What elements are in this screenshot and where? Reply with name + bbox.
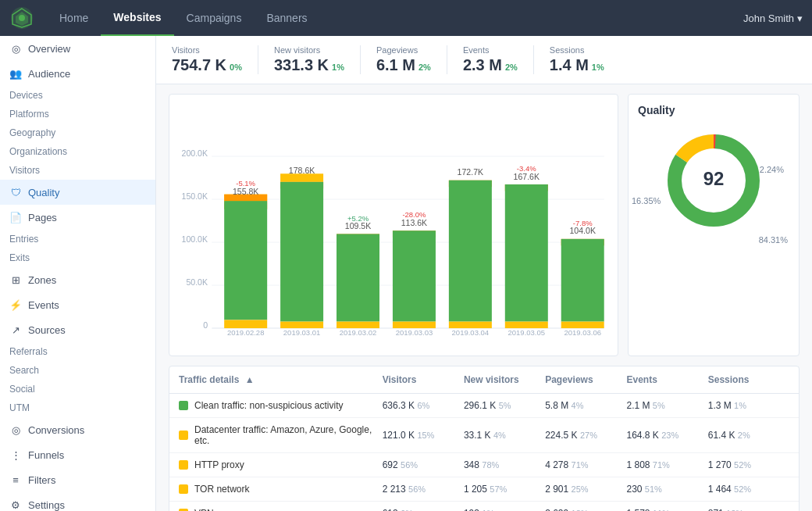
donut-container: 92 2.24% 16.35% 84.31% [638, 126, 789, 227]
table-row: Clean traffic: non-suspicious activity 6… [169, 394, 799, 418]
nav-banners[interactable]: Banners [254, 0, 319, 36]
cell-events-0: 2.1 M 5% [626, 400, 707, 411]
sidebar-label-pages: Pages [28, 212, 57, 223]
sidebar-label-conversions: Conversions [28, 424, 84, 436]
row-label-tor: TOR network [194, 484, 249, 495]
sidebar-item-zones[interactable]: ⊞ Zones [0, 267, 155, 292]
row-color-datacenter [179, 431, 188, 440]
svg-text:2019.03.02: 2019.03.02 [340, 328, 377, 337]
row-label-clean: Clean traffic: non-suspicious activity [194, 400, 344, 411]
sidebar-item-settings[interactable]: ⚙ Settings [0, 492, 155, 511]
user-name: John Smith [743, 13, 794, 24]
sidebar-item-quality[interactable]: 🛡 Quality [0, 180, 155, 205]
traffic-label: HTTP proxy [179, 459, 383, 470]
stat-sessions: Sessions 1.4 M 1% [534, 45, 620, 74]
stat-new-visitors-label: New visitors [274, 45, 344, 55]
nav-home[interactable]: Home [47, 0, 101, 36]
cell-sessions-4: 871 12% [708, 508, 789, 511]
sidebar-item-exits[interactable]: Exits [0, 248, 155, 267]
row-label-datacenter: Datacenter traffic: Amazon, Azure, Googl… [194, 424, 383, 446]
svg-text:167.6K: 167.6K [514, 172, 540, 181]
sidebar: ◎ Overview 👥 Audience Devices Platforms … [0, 36, 156, 511]
sidebar-item-utm[interactable]: UTM [0, 398, 155, 417]
sidebar-item-conversions[interactable]: ◎ Conversions [0, 417, 155, 442]
svg-point-1 [19, 15, 25, 21]
sidebar-item-overview[interactable]: ◎ Overview [0, 36, 155, 61]
funnels-icon: ⋮ [9, 448, 22, 461]
nav-websites[interactable]: Websites [101, 0, 173, 36]
user-menu[interactable]: John Smith ▾ [743, 13, 803, 24]
table-row: HTTP proxy 692 56% 348 78% 4 278 71% 1 8… [169, 453, 799, 477]
sidebar-item-filters[interactable]: ≡ Filters [0, 467, 155, 492]
stat-pageviews-change: 2% [418, 63, 431, 72]
cell-sessions-0: 1.3 M 1% [708, 400, 789, 411]
sidebar-label-audience: Audience [28, 68, 70, 80]
cell-visitors-0: 636.3 K 6% [383, 400, 464, 411]
stat-new-visitors: New visitors 331.3 K 1% [258, 45, 361, 74]
cell-visitors-2: 692 56% [383, 459, 464, 470]
quality-pct-good: 84.31% [759, 235, 788, 245]
stat-sessions-change: 1% [592, 63, 604, 72]
sidebar-label-filters: Filters [28, 474, 55, 486]
sidebar-item-organizations[interactable]: Organizations [0, 142, 155, 161]
svg-rect-27 [337, 234, 379, 321]
cell-sessions-1: 61.4 K 2% [708, 430, 789, 441]
cell-events-3: 230 51% [626, 484, 707, 495]
stat-sessions-label: Sessions [550, 45, 604, 55]
sidebar-item-pages[interactable]: 📄 Pages [0, 205, 155, 230]
sidebar-item-geography[interactable]: Geography [0, 123, 155, 142]
quality-icon: 🛡 [9, 186, 22, 198]
cell-events-2: 1 808 71% [626, 459, 707, 470]
stats-bar: Visitors 754.7 K 0% New visitors 331.3 K… [156, 36, 812, 84]
sources-icon: ↗ [9, 323, 22, 336]
nav-campaigns[interactable]: Campaigns [174, 0, 255, 36]
table-header: Traffic details ▲ Visitors New visitors … [169, 366, 799, 394]
stat-events: Events 2.3 M 2% [447, 45, 534, 74]
table-row: Datacenter traffic: Amazon, Azure, Googl… [169, 418, 799, 453]
sidebar-item-funnels[interactable]: ⋮ Funnels [0, 442, 155, 467]
chevron-down-icon: ▾ [797, 13, 803, 24]
sidebar-item-sources[interactable]: ↗ Sources [0, 317, 155, 342]
traffic-label: VPN [179, 508, 383, 511]
stat-new-visitors-value: 331.3 K 1% [274, 56, 344, 74]
bar-chart-svg: 0 50.0K 100.0K 150.0K 200.0K [179, 104, 608, 346]
filters-icon: ≡ [9, 473, 22, 486]
svg-text:-7.8%: -7.8% [573, 219, 593, 227]
cell-pageviews-1: 224.5 K 27% [545, 430, 626, 441]
svg-text:100.0K: 100.0K [182, 234, 208, 244]
sidebar-item-social[interactable]: Social [0, 380, 155, 398]
quality-title: Quality [638, 104, 789, 116]
traffic-table: Traffic details ▲ Visitors New visitors … [169, 366, 800, 511]
sidebar-item-visitors[interactable]: Visitors [0, 161, 155, 180]
svg-text:150.0K: 150.0K [182, 191, 208, 201]
stat-visitors-label: Visitors [172, 45, 242, 55]
sort-icon: ▲ [245, 374, 255, 385]
table-row: TOR network 2 213 56% 1 205 57% 2 901 25… [169, 477, 799, 502]
row-label-http: HTTP proxy [194, 459, 244, 470]
svg-text:113.6K: 113.6K [401, 218, 427, 227]
cell-visitors-1: 121.0 K 15% [383, 430, 464, 441]
svg-text:-5.1%: -5.1% [236, 179, 255, 188]
sidebar-item-platforms[interactable]: Platforms [0, 105, 155, 123]
sidebar-item-audience[interactable]: 👥 Audience [0, 61, 155, 86]
svg-rect-33 [393, 230, 436, 321]
main-content: Visitors 754.7 K 0% New visitors 331.3 K… [156, 36, 812, 511]
sidebar-label-sources: Sources [28, 324, 66, 336]
col-events: Events [626, 374, 707, 385]
svg-rect-39 [449, 180, 492, 322]
conversions-icon: ◎ [9, 423, 22, 436]
sidebar-item-search[interactable]: Search [0, 361, 155, 380]
stat-new-visitors-change: 1% [332, 63, 344, 72]
stat-visitors: Visitors 754.7 K 0% [172, 45, 258, 74]
zones-icon: ⊞ [9, 273, 22, 286]
col-traffic[interactable]: Traffic details ▲ [179, 374, 383, 385]
nav-items: Home Websites Campaigns Banners [47, 0, 743, 36]
sidebar-item-devices[interactable]: Devices [0, 86, 155, 105]
sidebar-item-referrals[interactable]: Referrals [0, 342, 155, 361]
cell-pageviews-0: 5.8 M 4% [545, 400, 626, 411]
sidebar-item-entries[interactable]: Entries [0, 230, 155, 248]
sidebar-item-events[interactable]: ⚡ Events [0, 292, 155, 317]
svg-text:200.0K: 200.0K [182, 148, 208, 158]
traffic-label: TOR network [179, 484, 383, 495]
svg-rect-22 [280, 182, 323, 322]
